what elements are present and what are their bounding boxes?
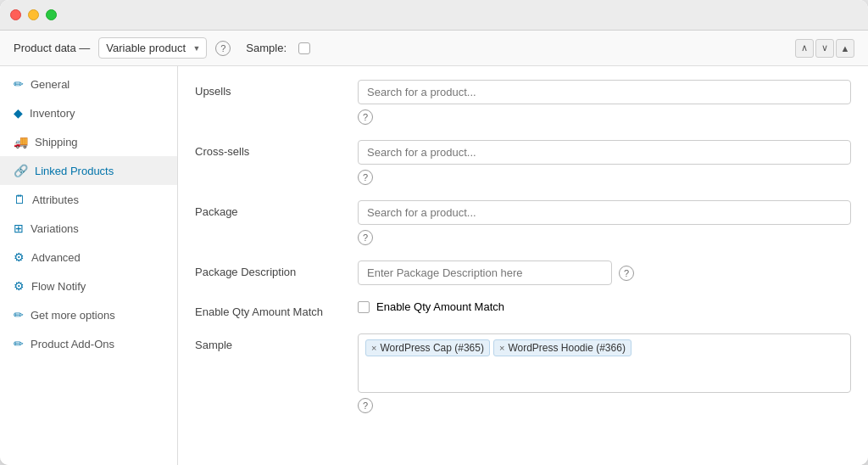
sample-help-icon[interactable]: ? xyxy=(358,398,373,413)
tag-icon: ◆ xyxy=(14,106,23,120)
traffic-lights xyxy=(10,9,57,20)
sidebar-item-get-more-options[interactable]: ✏ Get more options xyxy=(0,300,177,329)
sample-row: Sample × WordPress Cap (#365) × WordPres… xyxy=(195,333,851,413)
sample-field-label: Sample xyxy=(195,333,348,351)
sidebar-item-product-add-ons[interactable]: ✏ Product Add-Ons xyxy=(0,329,177,358)
cross-sells-label: Cross-sells xyxy=(195,140,348,158)
upsells-label: Upsells xyxy=(195,80,348,98)
upsells-help-icon[interactable]: ? xyxy=(358,109,373,125)
nav-down-button[interactable]: ∨ xyxy=(815,39,834,58)
sample-control: × WordPress Cap (#365) × WordPress Hoodi… xyxy=(358,333,851,413)
package-description-row: Package Description ? xyxy=(195,261,851,285)
get-more-icon: ✏ xyxy=(14,308,24,322)
cross-sells-input[interactable] xyxy=(358,140,851,165)
cross-sells-help-icon[interactable]: ? xyxy=(358,170,373,185)
tag-wordpress-cap: × WordPress Cap (#365) xyxy=(365,339,490,356)
sidebar-item-add-ons-label: Product Add-Ons xyxy=(31,338,114,350)
package-description-label: Package Description xyxy=(195,261,348,278)
sidebar: ✏ General ◆ Inventory 🚚 Shipping 🔗 Linke… xyxy=(0,66,178,465)
titlebar xyxy=(0,0,868,31)
tag-wordpress-hoodie: × WordPress Hoodie (#366) xyxy=(493,339,632,356)
upsells-row: Upsells ? xyxy=(195,80,851,125)
variations-icon: ⊞ xyxy=(14,221,24,235)
enable-qty-inline: Enable Qty Amount Match xyxy=(358,300,851,313)
sidebar-item-advanced[interactable]: ⚙ Advanced xyxy=(0,243,177,272)
sidebar-item-linked-products[interactable]: 🔗 Linked Products xyxy=(0,156,177,185)
enable-qty-checkbox[interactable] xyxy=(358,301,370,313)
enable-qty-row: Enable Qty Amount Match Enable Qty Amoun… xyxy=(195,300,851,318)
nav-collapse-button[interactable]: ▲ xyxy=(836,39,854,58)
upsells-input[interactable] xyxy=(358,80,851,104)
sidebar-item-shipping-label: Shipping xyxy=(35,136,78,148)
product-type-help-icon[interactable]: ? xyxy=(215,41,231,56)
sidebar-item-variations[interactable]: ⊞ Variations xyxy=(0,214,177,243)
tag-label-hoodie: WordPress Hoodie (#366) xyxy=(508,342,626,354)
sample-checkbox[interactable] xyxy=(298,42,310,54)
flow-notify-icon: ⚙ xyxy=(14,279,25,293)
advanced-gear-icon: ⚙ xyxy=(14,250,25,264)
cross-sells-control: ? xyxy=(358,140,851,185)
cross-sells-row: Cross-sells ? xyxy=(195,140,851,185)
upsells-control: ? xyxy=(358,80,851,125)
product-data-bar: Product data — Variable product ? Sample… xyxy=(0,31,868,66)
sidebar-item-attributes-label: Attributes xyxy=(32,193,79,206)
package-description-control: ? xyxy=(358,261,851,285)
enable-qty-label: Enable Qty Amount Match xyxy=(195,300,348,318)
tag-remove-icon[interactable]: × xyxy=(371,343,376,353)
sidebar-item-inventory-label: Inventory xyxy=(30,107,75,120)
shipping-icon: 🚚 xyxy=(14,135,28,148)
attributes-icon: 🗒 xyxy=(14,193,25,206)
package-description-input[interactable] xyxy=(358,261,612,285)
sidebar-item-flow-notify-label: Flow Notify xyxy=(31,280,86,293)
sample-label: Sample: xyxy=(246,42,287,54)
package-input[interactable] xyxy=(358,200,851,225)
main-content: ✏ General ◆ Inventory 🚚 Shipping 🔗 Linke… xyxy=(0,66,868,465)
tag-remove-hoodie-icon[interactable]: × xyxy=(499,343,504,353)
sidebar-item-flow-notify[interactable]: ⚙ Flow Notify xyxy=(0,272,177,300)
package-control: ? xyxy=(358,200,851,245)
sidebar-item-general[interactable]: ✏ General xyxy=(0,70,177,98)
enable-qty-control: Enable Qty Amount Match xyxy=(358,300,851,313)
sidebar-item-shipping[interactable]: 🚚 Shipping xyxy=(0,127,177,156)
close-button[interactable] xyxy=(10,9,21,20)
sidebar-item-variations-label: Variations xyxy=(31,222,79,235)
sample-tags-input[interactable]: × WordPress Cap (#365) × WordPress Hoodi… xyxy=(358,333,851,393)
sidebar-item-advanced-label: Advanced xyxy=(31,251,81,264)
fullscreen-button[interactable] xyxy=(46,9,57,20)
enable-qty-checkbox-label: Enable Qty Amount Match xyxy=(376,300,504,313)
product-data-label: Product data — xyxy=(14,42,90,54)
package-row: Package ? xyxy=(195,200,851,245)
package-help-icon[interactable]: ? xyxy=(358,230,373,245)
sidebar-item-general-label: General xyxy=(31,78,70,91)
content-area: Upsells ? Cross-sells ? Package xyxy=(178,66,868,465)
sidebar-item-linked-label: Linked Products xyxy=(35,165,114,177)
minimize-button[interactable] xyxy=(28,9,39,20)
sidebar-item-get-more-label: Get more options xyxy=(31,309,115,322)
package-description-help-icon[interactable]: ? xyxy=(619,266,634,281)
tag-label-cap: WordPress Cap (#365) xyxy=(380,342,484,354)
package-description-inline: ? xyxy=(358,261,851,285)
main-window: Product data — Variable product ? Sample… xyxy=(0,0,868,465)
add-ons-icon: ✏ xyxy=(14,337,24,350)
pencil-icon: ✏ xyxy=(14,77,24,91)
nav-up-button[interactable]: ∧ xyxy=(795,39,814,58)
product-type-select[interactable]: Variable product xyxy=(98,37,207,59)
sidebar-item-inventory[interactable]: ◆ Inventory xyxy=(0,98,177,127)
sidebar-item-attributes[interactable]: 🗒 Attributes xyxy=(0,185,177,214)
product-type-wrapper: Variable product xyxy=(98,37,207,59)
package-label: Package xyxy=(195,200,348,218)
link-icon: 🔗 xyxy=(14,164,28,177)
nav-arrows: ∧ ∨ ▲ xyxy=(795,39,854,58)
